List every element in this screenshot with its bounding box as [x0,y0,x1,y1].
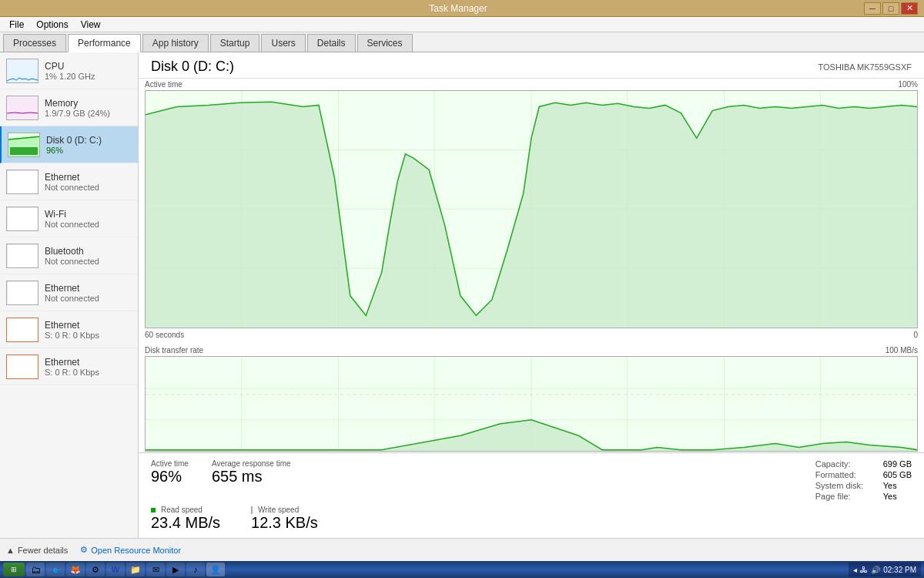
bluetooth-info: Bluetooth Not connected [45,246,132,266]
write-speed-group: Write speed 12.3 KB/s [251,506,318,532]
start-button[interactable]: ⊞ [3,563,25,576]
ethernet1-detail: Not connected [45,183,132,192]
disk-detail: 96% [46,146,132,155]
sidebar-item-bluetooth[interactable]: Bluetooth Not connected [0,237,138,274]
disk-thumb-graph [8,133,40,157]
sidebar-item-wifi[interactable]: Wi-Fi Not connected [0,200,138,237]
page-file-value: Yes [883,492,897,501]
sidebar-item-disk0[interactable]: Disk 0 (D: C:) 96% [0,126,138,163]
disk-info: Disk 0 (D: C:) 96% [46,135,132,155]
taskbar-icon-word[interactable]: W [106,563,125,576]
disk-thumbnail [8,133,40,157]
tray-network-icon: 🖧 [860,566,868,574]
wifi-thumbnail [6,207,38,231]
disk-model: TOSHIBA MK7559GSXF [819,62,912,72]
taskbar-icon-folder[interactable]: 📁 [126,563,145,576]
read-speed-icon [151,508,156,512]
disk-label: Disk 0 (D: C:) [46,135,132,146]
bluetooth-label: Bluetooth [45,246,132,257]
cpu-label: CPU [45,61,132,72]
bluetooth-thumbnail [6,244,38,268]
svg-rect-8 [7,318,38,342]
tab-apphistory[interactable]: App history [142,34,209,52]
ethernet1-info: Ethernet Not connected [45,172,132,192]
stats-section: Active time 96% Average response time 65… [139,452,924,538]
memory-detail: 1.9/7.9 GB (24%) [45,109,132,118]
bluetooth-detail: Not connected [45,257,132,266]
capacity-value: 699 GB [883,459,912,469]
system-disk-label: System disk: [815,481,877,490]
sidebar: CPU 1% 1.20 GHz Memory 1.9/7.9 GB (24%) [0,52,139,538]
disk-header: Disk 0 (D: C:) TOSHIBA MK7559GSXF [139,52,924,79]
avg-response-label: Average response time [212,459,291,468]
sidebar-item-ethernet4[interactable]: Ethernet S: 0 R: 0 Kbps [0,348,138,385]
ethernet2-detail: Not connected [45,294,132,303]
ethernet3-label: Ethernet [45,320,132,331]
ethernet2-info: Ethernet Not connected [45,283,132,303]
tray-volume-icon: 🔊 [871,566,880,574]
taskbar-icon-music[interactable]: ♪ [186,563,205,576]
sidebar-item-ethernet1[interactable]: Ethernet Not connected [0,163,138,200]
stats-row1: Active time 96% Average response time 65… [151,459,912,501]
taskbar-icon-mail[interactable]: ✉ [146,563,165,576]
capacity-row: Capacity: 699 GB [815,459,912,469]
bottom-bar: ▲ Fewer details ⚙ Open Resource Monitor [0,538,924,561]
chart2-label-right: 100 MB/s [886,346,918,355]
taskbar-icon-taskmanager[interactable]: 👤 [206,563,225,576]
chart2-label-row: Disk transfer rate 100 MB/s [145,344,918,356]
fewer-details-link[interactable]: ▲ Fewer details [6,546,68,555]
active-time-stat: Active time 96% [151,459,189,486]
taskbar-icon-firefox[interactable]: 🦊 [66,563,85,576]
charts-area: Active time 100% [139,79,924,452]
svg-rect-7 [7,281,38,305]
sidebar-item-memory[interactable]: Memory 1.9/7.9 GB (24%) [0,89,138,126]
fewer-details-label: Fewer details [18,546,68,555]
active-time-label: Active time [151,459,189,468]
formatted-row: Formatted: 605 GB [815,470,912,479]
taskbar-icon-ie[interactable]: e [46,563,65,576]
tab-details[interactable]: Details [307,34,356,52]
menu-view[interactable]: View [75,18,107,32]
ethernet3-thumbnail [6,318,38,342]
tab-processes[interactable]: Processes [3,34,66,52]
minimize-button[interactable]: ─ [864,2,881,15]
eth1-thumb-graph [7,170,38,194]
arrow-icon: ▲ [6,546,15,555]
maximize-button[interactable]: □ [882,2,899,15]
resource-monitor-link[interactable]: ⚙ Open Resource Monitor [80,545,181,555]
page-file-label: Page file: [815,492,877,501]
wifi-info: Wi-Fi Not connected [45,209,132,229]
transfer-rate-chart [145,356,918,452]
active-time-value: 96% [151,468,189,486]
tray-arrow[interactable]: ◂ [853,566,857,574]
tab-startup[interactable]: Startup [210,34,260,52]
system-disk-value: Yes [883,481,897,490]
ethernet3-detail: S: 0 R: 0 Kbps [45,331,132,340]
sidebar-item-ethernet3[interactable]: Ethernet S: 0 R: 0 Kbps [0,311,138,348]
ethernet4-detail: S: 0 R: 0 Kbps [45,368,132,377]
tab-performance[interactable]: Performance [68,34,141,52]
svg-rect-5 [7,207,38,231]
titlebar: Task Manager ─ □ ✕ [0,0,924,17]
taskbar: ⊞ 🗂 e 🦊 ⚙ W 📁 ✉ ▶ ♪ 👤 ◂ 🖧 🔊 02:32 PM [0,561,924,578]
ethernet1-thumbnail [6,170,38,194]
tab-services[interactable]: Services [357,34,413,52]
menu-file[interactable]: File [3,18,30,32]
menu-options[interactable]: Options [30,18,74,32]
close-button[interactable]: ✕ [901,2,918,15]
chart2-label-left: Disk transfer rate [145,346,203,355]
chart1-label-right: 100% [898,80,918,89]
active-time-chart [145,90,918,328]
sidebar-item-ethernet2[interactable]: Ethernet Not connected [0,274,138,311]
active-time-chart-section: Active time 100% [145,79,918,341]
system-tray: ◂ 🖧 🔊 02:32 PM [849,563,921,576]
taskbar-icon-explorer[interactable]: 🗂 [26,563,45,576]
memory-label: Memory [45,98,132,109]
taskbar-icon-media[interactable]: ▶ [166,563,185,576]
chart1-label-left: Active time [145,80,182,89]
write-speed-label: Write speed [251,506,318,514]
resource-monitor-icon: ⚙ [80,545,88,555]
taskbar-icon-chrome[interactable]: ⚙ [86,563,105,576]
sidebar-item-cpu[interactable]: CPU 1% 1.20 GHz [0,52,138,89]
tab-users[interactable]: Users [261,34,305,52]
